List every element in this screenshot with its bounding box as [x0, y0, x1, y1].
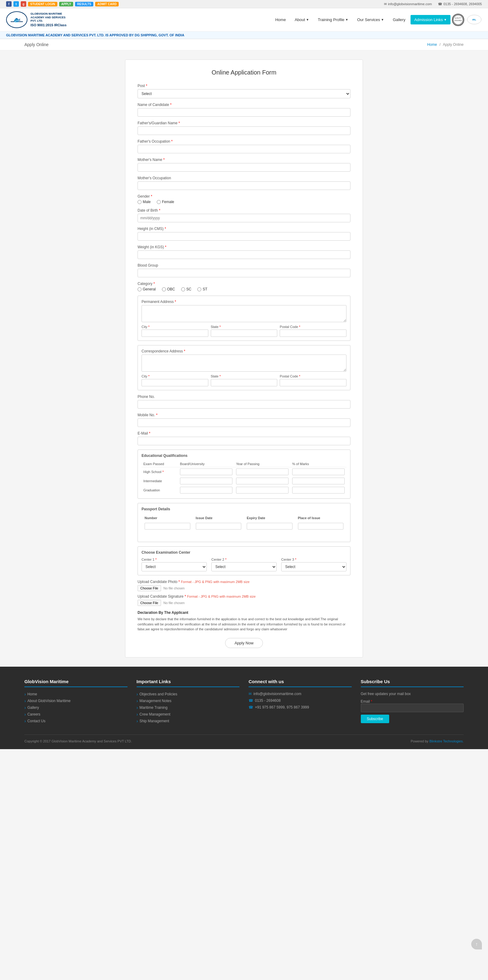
- email-subscribe-label: Email *: [361, 699, 372, 704]
- intermediate-year-input[interactable]: [236, 477, 288, 484]
- footer-link-ship[interactable]: Ship Management: [137, 719, 240, 724]
- category-st-radio[interactable]: [197, 287, 201, 291]
- fathers-occupation-label: Father's Occupation *: [138, 139, 350, 143]
- footer-link-home[interactable]: Home: [24, 692, 127, 697]
- category-sc-radio[interactable]: [181, 287, 185, 291]
- corr-postal-input[interactable]: [280, 379, 347, 386]
- perm-city-input[interactable]: [141, 329, 208, 337]
- graduation-year-input[interactable]: [236, 487, 288, 493]
- category-obc-label[interactable]: OBC: [162, 287, 175, 291]
- edu-row-intermediate: Intermediate: [141, 476, 347, 485]
- passport-number-input[interactable]: [144, 523, 190, 530]
- mobile-input[interactable]: [138, 418, 350, 427]
- mothers-name-group: Mother's Name *: [138, 158, 350, 172]
- upload-signature-format: Format - JPG & PNG with maximum 2MB size: [187, 595, 255, 598]
- irl-logo: IRL: [467, 14, 482, 25]
- gender-female-radio[interactable]: [157, 200, 161, 204]
- choose-signature-button[interactable]: Choose File: [138, 600, 161, 606]
- intermediate-board-input[interactable]: [180, 477, 233, 484]
- dob-input[interactable]: [138, 214, 350, 222]
- blinkstre-link[interactable]: Blinkstre Technologies.: [429, 739, 464, 743]
- admit-card-button[interactable]: ADMIT CARD: [95, 2, 119, 6]
- graduation-marks-input[interactable]: [292, 487, 345, 493]
- footer-link-careers[interactable]: Careers: [24, 712, 127, 717]
- fathers-name-input[interactable]: [138, 126, 350, 135]
- cert-logo-1: QUALITYASSURED: [452, 14, 464, 26]
- center2-select[interactable]: Select: [211, 562, 277, 571]
- category-obc-radio[interactable]: [162, 287, 166, 291]
- facebook-icon[interactable]: f: [6, 1, 11, 7]
- footer-col4: Subscribe Us Get free updates your mail …: [361, 679, 464, 725]
- center3-col: Center 3 * Select: [281, 558, 347, 571]
- footer-link-about[interactable]: About GlobVision Maritime: [24, 698, 127, 703]
- footer-link-gallery[interactable]: Gallery: [24, 705, 127, 710]
- weight-input[interactable]: [138, 250, 350, 259]
- fathers-occupation-input[interactable]: [138, 145, 350, 153]
- choose-photo-button[interactable]: Choose File: [138, 585, 161, 591]
- highschool-year-input[interactable]: [236, 468, 288, 475]
- apply-now-button[interactable]: Apply Now: [225, 638, 263, 648]
- passport-expiry-input[interactable]: [247, 523, 293, 530]
- nav-our-services[interactable]: Our Services▼: [353, 15, 388, 24]
- candidate-name-input[interactable]: [138, 108, 350, 117]
- breadcrumb-home[interactable]: Home: [427, 43, 437, 47]
- footer-link-contact[interactable]: Contact Us: [24, 719, 127, 724]
- post-select[interactable]: Select: [138, 89, 350, 98]
- footer-link-crew[interactable]: Crew Management: [137, 712, 240, 717]
- highschool-board-input[interactable]: [180, 468, 233, 475]
- mothers-name-input[interactable]: [138, 163, 350, 172]
- twitter-icon[interactable]: t: [13, 1, 19, 7]
- center3-select[interactable]: Select: [281, 562, 347, 571]
- gender-male-label[interactable]: Male: [138, 200, 151, 204]
- corr-city-input[interactable]: [141, 379, 208, 386]
- mothers-occupation-input[interactable]: [138, 181, 350, 190]
- footer-link-objectives[interactable]: Objectives and Policies: [137, 692, 240, 697]
- results-button[interactable]: RESULTS: [75, 2, 93, 6]
- fathers-name-group: Father's/Guardian Name *: [138, 121, 350, 135]
- perm-postal-input[interactable]: [280, 329, 347, 337]
- intermediate-marks-input[interactable]: [292, 477, 345, 484]
- nav-home[interactable]: Home: [271, 15, 290, 24]
- passport-issue-input[interactable]: [196, 523, 242, 530]
- subscribe-text: Get free updates your mail box: [361, 692, 464, 696]
- blood-group-label: Blood Group: [138, 263, 350, 267]
- googleplus-icon[interactable]: g: [21, 1, 26, 7]
- nav-about[interactable]: About▼: [291, 15, 313, 24]
- perm-state-group: State *: [211, 325, 277, 337]
- height-input[interactable]: [138, 232, 350, 241]
- apply-topbar-button[interactable]: APPLY: [59, 2, 73, 6]
- category-general-label[interactable]: General: [138, 287, 156, 291]
- passport-col-number: Number: [142, 515, 193, 521]
- highschool-marks-input[interactable]: [292, 468, 345, 475]
- category-general-radio[interactable]: [138, 287, 141, 291]
- perm-state-input[interactable]: [211, 329, 277, 337]
- corr-state-input[interactable]: [211, 379, 277, 386]
- footer-link-maritime[interactable]: Maritime Training: [137, 705, 240, 710]
- blood-group-input[interactable]: [138, 269, 350, 277]
- permanent-address-textarea[interactable]: [141, 305, 347, 322]
- footer-link-management[interactable]: Management Notes: [137, 698, 240, 703]
- gender-male-radio[interactable]: [138, 200, 141, 204]
- graduation-board-input[interactable]: [180, 487, 233, 493]
- passport-place-input[interactable]: [298, 523, 344, 530]
- nav-training-profile[interactable]: Training Profile▼: [314, 15, 352, 24]
- student-login-button[interactable]: STUDENT LOGIN: [28, 2, 57, 6]
- correspondence-address-textarea[interactable]: [141, 355, 347, 372]
- breadcrumb-section: Apply Online Home / Apply Online: [0, 39, 488, 50]
- nav-gallery[interactable]: Gallery: [389, 15, 409, 24]
- footer-col3-title: Connect with us: [249, 679, 352, 687]
- category-sc-label[interactable]: SC: [181, 287, 192, 291]
- nav-admission-links[interactable]: Admission Links▼: [410, 15, 450, 24]
- gender-female-label[interactable]: Female: [157, 200, 174, 204]
- mobile-group: Mobile No. *: [138, 413, 350, 427]
- mothers-occupation-group: Mother's Occupation: [138, 176, 350, 190]
- center1-select[interactable]: Select: [141, 562, 207, 571]
- subscribe-email-input[interactable]: [361, 704, 464, 712]
- breadcrumb-separator: /: [439, 43, 440, 47]
- category-label: Category *: [138, 282, 350, 286]
- category-st-label[interactable]: ST: [197, 287, 207, 291]
- phone-input[interactable]: [138, 400, 350, 409]
- corr-state-label: State *: [211, 374, 277, 378]
- subscribe-button[interactable]: Subscribe: [361, 714, 389, 723]
- email-input[interactable]: [138, 437, 350, 445]
